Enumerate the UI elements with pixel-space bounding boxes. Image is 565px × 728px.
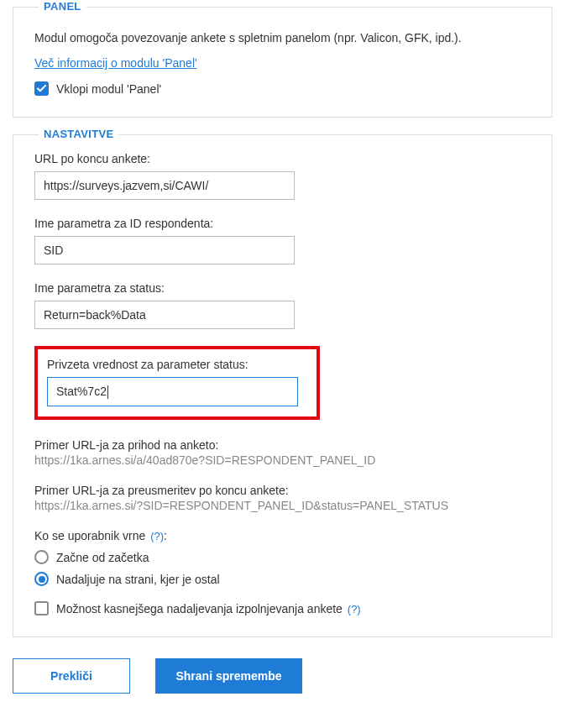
radio-restart-label: Začne od začetka [56, 551, 149, 564]
radio-unchecked-icon[interactable] [34, 550, 49, 564]
enable-panel-label: Vklopi modul 'Panel' [56, 82, 161, 96]
example-entry-url: https://1ka.arnes.si/a/40ad870e?SID=RESP… [34, 453, 531, 467]
default-status-value: Stat%7c2 [56, 385, 107, 398]
checkbox-checked-icon[interactable] [34, 81, 49, 96]
cancel-button[interactable]: Prekliči [13, 658, 130, 694]
param-id-input[interactable] [34, 236, 295, 264]
param-status-group: Ime parametra za status: [34, 281, 531, 329]
panel-more-info-link[interactable]: Več informacij o modulu 'Panel' [34, 56, 197, 70]
url-end-label: URL po koncu ankete: [34, 152, 531, 165]
radio-continue-label: Nadaljuje na strani, kjer je ostal [56, 573, 220, 586]
param-status-input[interactable] [34, 301, 295, 329]
help-icon[interactable]: (?) [348, 603, 361, 615]
url-end-input[interactable] [34, 171, 295, 200]
radio-restart-row[interactable]: Začne od začetka [34, 550, 531, 564]
enable-panel-row[interactable]: Vklopi modul 'Panel' [34, 81, 531, 96]
default-status-highlight: Privzeta vrednost za parameter status: S… [34, 346, 320, 420]
default-status-input[interactable]: Stat%7c2 [47, 377, 298, 406]
param-id-group: Ime parametra za ID respondenta: [34, 217, 531, 264]
checkbox-unchecked-icon[interactable] [34, 601, 49, 615]
url-end-group: URL po koncu ankete: [34, 152, 531, 200]
param-id-label: Ime parametra za ID respondenta: [34, 217, 531, 230]
settings-fieldset: NASTAVITVE URL po koncu ankete: Ime para… [13, 134, 552, 637]
buttons-row: Prekliči Shrani spremembe [13, 658, 552, 694]
later-continue-label: Možnost kasnejšega nadaljevanja izpolnje… [56, 602, 361, 615]
radio-continue-row[interactable]: Nadaljuje na strani, kjer je ostal [34, 572, 531, 586]
settings-legend: NASTAVITVE [39, 128, 118, 140]
return-label-text: Ko se uporabnik vrne [34, 529, 149, 542]
save-button[interactable]: Shrani spremembe [155, 658, 302, 694]
param-status-label: Ime parametra za status: [34, 281, 531, 295]
panel-description: Modul omogoča povezovanje ankete s splet… [34, 31, 531, 45]
example-entry-block: Primer URL-ja za prihod na anketo: https… [34, 438, 531, 467]
default-status-label: Privzeta vrednost za parameter status: [47, 358, 307, 371]
example-redirect-url: https://1ka.arnes.si/?SID=RESPONDENT_PAN… [34, 499, 531, 512]
panel-legend: PANEL [39, 0, 86, 13]
text-cursor-icon [107, 385, 108, 399]
later-label-text: Možnost kasnejšega nadaljevanja izpolnje… [56, 602, 346, 615]
return-colon: : [164, 529, 167, 542]
example-redirect-block: Primer URL-ja za preusmeritev po koncu a… [34, 484, 531, 512]
example-entry-label: Primer URL-ja za prihod na anketo: [34, 438, 531, 452]
panel-fieldset: PANEL Modul omogoča povezovanje ankete s… [13, 7, 552, 118]
return-section-label: Ko se uporabnik vrne (?): [34, 529, 531, 542]
example-redirect-label: Primer URL-ja za preusmeritev po koncu a… [34, 484, 531, 497]
later-continue-row[interactable]: Možnost kasnejšega nadaljevanja izpolnje… [34, 601, 531, 615]
help-icon[interactable]: (?) [150, 530, 164, 542]
radio-checked-icon[interactable] [34, 572, 49, 586]
